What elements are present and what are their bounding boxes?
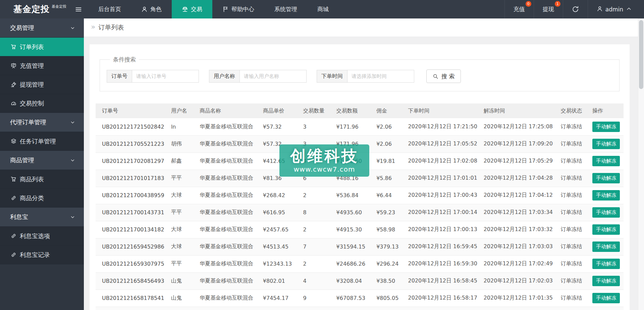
orders-table: 订单号用户名商品名称商品单价交易数量交易数额佣金下单时间解冻时间交易状态操作 U… (96, 103, 624, 310)
cell-unfreeze-time: 2020年12月12日 17:01:35 (479, 290, 556, 307)
order-no-input[interactable] (132, 70, 199, 83)
table-row: UB2012121721502842ln华夏基金移动互联混合¥57.323¥17… (96, 118, 624, 135)
chevron-down-icon (70, 26, 75, 31)
cell-trade-status: 订单冻结 (556, 255, 587, 272)
nav-item-mall[interactable]: 商城 (307, 0, 339, 18)
table-row: UB2012121705521223胡伟华夏基金移动互联混合¥57.323¥17… (96, 135, 624, 152)
search-icon (433, 74, 438, 79)
sidebar-item-interest-bao[interactable]: 利息宝 (0, 208, 84, 227)
sidebar-item-label: 商品分类 (20, 194, 44, 202)
cell-order-no: UB2012121702081297 (96, 152, 166, 170)
sidebar-item-label: 充值管理 (20, 62, 44, 70)
column-header-order-time: 下单时间 (404, 103, 479, 118)
manual-unfreeze-button[interactable]: 手动解冻 (592, 190, 620, 201)
cell-trade-quantity: 3 (298, 135, 331, 152)
cell-username: 大球 (166, 187, 195, 204)
search-row: 订单号用户名称下单时间 搜 索 (107, 70, 612, 83)
sidebar-item-recharge-management[interactable]: 充值管理 (0, 56, 84, 75)
chev-slot (626, 6, 632, 13)
cell-order-no: UB2012121659307975 (96, 255, 166, 272)
cell-order-time: 2020年12月12日 17:00:43 (404, 187, 479, 204)
manual-unfreeze-button[interactable]: 手动解冻 (592, 173, 620, 183)
flag-icon (222, 6, 229, 12)
manual-unfreeze-button[interactable]: 手动解冻 (592, 122, 620, 132)
manual-unfreeze-button[interactable]: 手动解冻 (592, 293, 620, 303)
cell-action: 手动解冻 (588, 290, 624, 307)
search-button-label: 搜 索 (441, 73, 454, 80)
manual-unfreeze-button[interactable]: 手动解冻 (592, 241, 620, 252)
user-menu[interactable]: admin (588, 0, 644, 18)
cell-trade-amount: ¥171.96 (332, 307, 372, 310)
nav-item-help-center[interactable]: 帮助中心 (212, 0, 264, 18)
manual-unfreeze-button[interactable]: 手动解冻 (592, 276, 620, 286)
cell-trade-quantity: 8 (298, 204, 331, 221)
sidebar-item-trade-control[interactable]: 交易控制 (0, 94, 84, 113)
sidebar-item-agent-order-management[interactable]: 代理订单管理 (0, 113, 84, 132)
cell-unit-price: ¥2457.65 (258, 221, 299, 238)
cell-order-no: UB2012121657192187 (96, 307, 166, 310)
withdraw-button[interactable]: 提现 1 (534, 0, 563, 18)
cell-commission: ¥5.86 (372, 170, 403, 187)
sidebar-item-order-list[interactable]: 订单列表 (0, 38, 84, 56)
sidebar-item-interest-bao-options[interactable]: 利息宝选项 (0, 227, 84, 246)
sidebar-item-label: 商品管理 (10, 156, 34, 164)
column-header-unit-price: 商品单价 (258, 103, 299, 118)
manual-unfreeze-button[interactable]: 手动解冻 (592, 156, 620, 166)
cell-trade-quantity: 4 (298, 152, 331, 170)
recharge-button[interactable]: 充值 0 (504, 0, 534, 18)
sidebar-item-trade-management[interactable]: 交易管理 (0, 18, 84, 38)
sidebar-item-label: 代理订单管理 (10, 118, 46, 126)
link-icon (11, 195, 16, 201)
nav-item-system-management[interactable]: 系统管理 (264, 0, 307, 18)
cell-unfreeze-time: 2020年12月12日 17:02:03 (479, 272, 556, 290)
user-slot (597, 6, 603, 13)
cell-unit-price: ¥616.95 (258, 204, 299, 221)
search-button[interactable]: 搜 索 (426, 70, 461, 83)
sidebar-item-withdraw-management[interactable]: 提现管理 (0, 75, 84, 94)
order-time-input[interactable] (347, 70, 414, 83)
menu-toggle-button[interactable] (69, 0, 88, 18)
username-label: 用户名称 (209, 70, 239, 83)
nav-item-home[interactable]: 后台首页 (88, 0, 131, 18)
content-scrollbar[interactable] (638, 18, 644, 310)
refresh-button[interactable] (563, 0, 588, 18)
sidebar-item-goods-management[interactable]: 商品管理 (0, 151, 84, 170)
search-fieldset: 条件搜索 订单号用户名称下单时间 搜 索 (100, 56, 620, 91)
cell-trade-quantity: 9 (298, 290, 331, 307)
cell-trade-status: 订单冻结 (556, 170, 587, 187)
cell-order-time: 2020年12月12日 16:58:17 (404, 290, 479, 307)
cell-action: 手动解冻 (588, 255, 624, 272)
link-icon (11, 252, 16, 258)
manual-unfreeze-button[interactable]: 手动解冻 (592, 207, 620, 218)
nav-item-trade[interactable]: 交易 (172, 0, 212, 18)
logo-text: 基金定投 (13, 3, 50, 15)
orders-table-body: UB2012121721502842ln华夏基金移动互联混合¥57.323¥17… (96, 118, 624, 310)
nav-item-label: 角色 (150, 5, 162, 13)
cell-unit-price: ¥57.32 (258, 118, 299, 135)
cell-order-time: 2020年12月12日 16:57:19 (404, 307, 479, 310)
cell-trade-status: 订单冻结 (556, 204, 587, 221)
cell-unit-price: ¥81.36 (258, 170, 299, 187)
manual-unfreeze-button[interactable]: 手动解冻 (592, 224, 620, 235)
table-row: UB2012121702081297郝鑫华夏基金移动互联混合¥412.654¥1… (96, 152, 624, 170)
cell-product-name: 华夏基金移动互联混合 (195, 135, 258, 152)
cell-trade-quantity: 6 (298, 170, 331, 187)
sidebar-item-goods-list[interactable]: 商品列表 (0, 170, 84, 189)
manual-unfreeze-button[interactable]: 手动解冻 (592, 259, 620, 269)
username-input[interactable] (239, 70, 307, 83)
cell-username: ln (166, 118, 195, 135)
app-window: 基金定投 基金定投 后台首页角色交易帮助中心系统管理商城 充值 0 提现 1 a… (0, 0, 644, 310)
sidebar-item-goods-category[interactable]: 商品分类 (0, 189, 84, 208)
cell-action: 手动解冻 (588, 152, 624, 170)
cell-username: 平平 (166, 204, 195, 221)
scrollbar-thumb[interactable] (639, 20, 643, 89)
nav-item-role[interactable]: 角色 (131, 0, 172, 18)
cell-order-no: UB2012121700134182 (96, 221, 166, 238)
manual-unfreeze-button[interactable]: 手动解冻 (592, 139, 620, 149)
cell-trade-status: 订单冻结 (556, 187, 587, 204)
sidebar-item-interest-bao-records[interactable]: 利息宝记录 (0, 246, 84, 264)
table-row: UB2012121659452986大球华夏基金移动互联混合¥4513.457¥… (96, 238, 624, 255)
sidebar-item-task-order-management[interactable]: 任务订单管理 (0, 132, 84, 151)
nav-item-label: 后台首页 (98, 5, 121, 13)
cell-product-name: 华夏基金移动互联混合 (195, 170, 258, 187)
